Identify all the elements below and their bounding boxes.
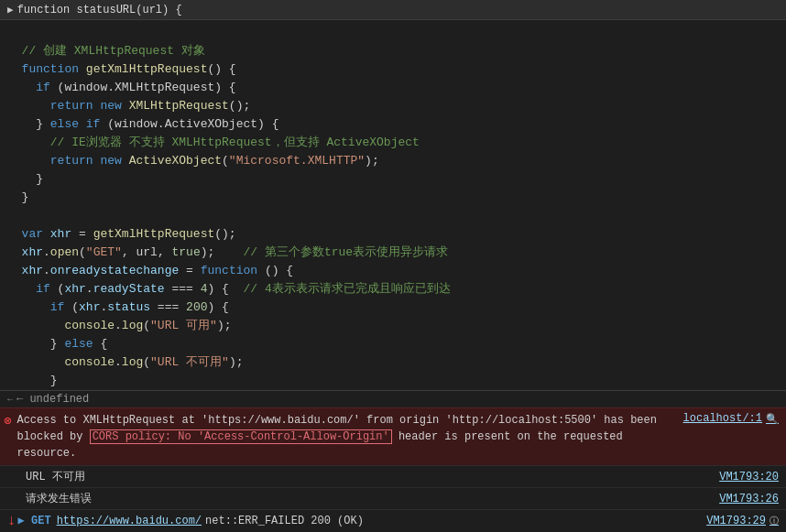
breadcrumb: ▶ function statusURL(url) { [0, 0, 786, 20]
code-line: xhr.onreadystatechange = function () { [0, 262, 786, 280]
code-line: xhr.open("GET", url, true); // 第三个参数true… [0, 244, 786, 262]
code-line: console.log("URL 可用"); [0, 317, 786, 335]
get-vm-link[interactable]: VM1793:29 [706, 515, 766, 527]
code-line: if (window.XMLHttpRequest) { [0, 79, 786, 97]
code-line: if (xhr.readyState === 4) { // 4表示表示请求已完… [0, 280, 786, 299]
console-panel: ← ← undefined ⊗ Access to XMLHttpRequest… [0, 390, 786, 532]
info-circle-icon[interactable]: ⓘ [770, 515, 779, 527]
get-status-text: net::ERR_FAILED 200 (OK) [205, 515, 364, 527]
error-icon: ⊗ [4, 413, 11, 429]
console-info-row-url: URL 不可用 VM1793:20 [0, 465, 786, 487]
code-line: if (xhr.status === 200) { [0, 299, 786, 317]
console-arrow-icon: ← [7, 395, 13, 405]
code-line: } else if (window.ActiveXObject) { [0, 115, 786, 134]
breadcrumb-text: function statusURL(url) { [17, 4, 182, 16]
code-area: // 创建 XMLHttpRequest 对象 function getXmlH… [0, 20, 786, 390]
code-line: return new ActiveXObject("Microsoft.XMLH… [0, 152, 786, 170]
code-line: // 创建 XMLHttpRequest 对象 [0, 42, 786, 60]
code-line: } [0, 189, 786, 207]
code-line: return new XMLHttpRequest(); [0, 97, 786, 115]
search-icon[interactable]: 🔍 [766, 413, 779, 425]
code-line: var xhr = getXmlHttpRequest(); [0, 225, 786, 244]
code-line: } [0, 170, 786, 189]
error-highlight: CORS policy: No 'Access-Control-Allow-Or… [90, 429, 392, 444]
console-undefined-row: ← ← undefined [0, 391, 786, 407]
code-line: console.log("URL 不可用"); [0, 353, 786, 372]
code-line: } [0, 372, 786, 390]
get-badge: ↓▶ GET [7, 513, 51, 529]
console-info-row-error: 请求发生错误 VM1793:26 [0, 487, 786, 509]
info-link-url[interactable]: VM1793:20 [719, 471, 779, 483]
get-link-right[interactable]: VM1793:29 ⓘ [706, 515, 779, 527]
error-text: Access to XMLHttpRequest at 'https://www… [16, 412, 677, 461]
get-url-link[interactable]: https://www.baidu.com/ [57, 515, 202, 527]
error-link[interactable]: localhost/:1 🔍 [683, 412, 779, 425]
breadcrumb-arrow: ▶ [7, 4, 14, 16]
info-text-url: URL 不可用 [26, 469, 719, 484]
info-link-error[interactable]: VM1793:26 [719, 493, 779, 505]
code-line [0, 207, 786, 225]
undefined-label: ← undefined [16, 393, 89, 406]
error-link-text[interactable]: localhost/:1 [683, 412, 762, 425]
console-error-row: ⊗ Access to XMLHttpRequest at 'https://w… [0, 407, 786, 465]
get-badge-text: ▶ GET [18, 515, 51, 527]
code-line: // IE浏览器 不支持 XMLHttpRequest，但支持 ActiveXO… [0, 134, 786, 152]
code-line: function getXmlHttpRequest() { [0, 60, 786, 79]
console-get-row: ↓▶ GET https://www.baidu.com/ net::ERR_F… [0, 509, 786, 532]
code-line: } else { [0, 335, 786, 353]
info-text-error: 请求发生错误 [26, 491, 719, 506]
code-line [0, 24, 786, 42]
